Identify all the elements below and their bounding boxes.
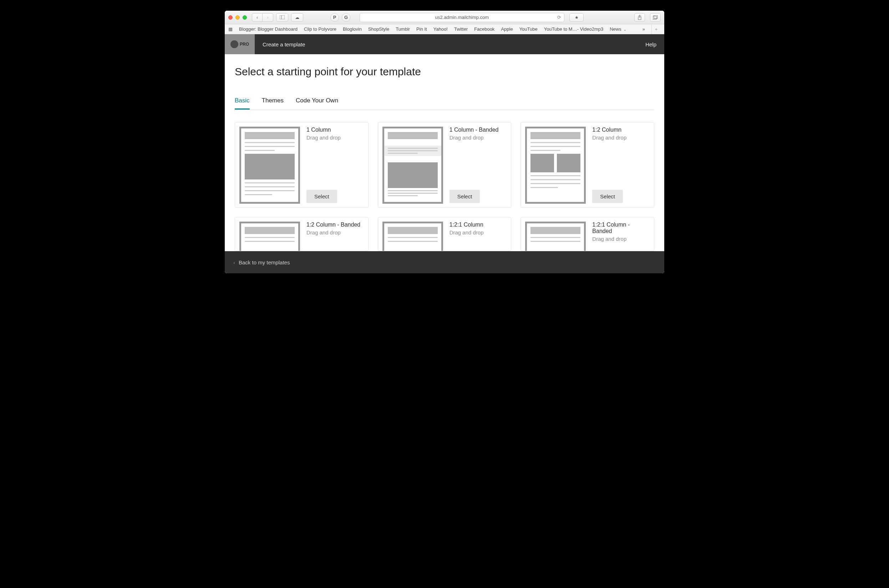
show-tabs-button[interactable]: [650, 13, 661, 22]
back-button[interactable]: ‹: [252, 13, 262, 22]
template-title: 1:2 Column - Banded: [306, 222, 364, 228]
bookmark-item[interactable]: News ⌄: [610, 26, 627, 32]
template-card: 1:2:1 Column Drag and drop: [378, 217, 511, 251]
bookmarks-bar: ▦ Blogger: Blogger Dashboard Clip to Pol…: [225, 24, 664, 34]
chevron-left-icon: ‹: [233, 260, 235, 266]
template-thumb-1-2-column: [525, 127, 586, 204]
pro-label: PRO: [240, 42, 249, 47]
address-text: us2.admin.mailchimp.com: [435, 15, 489, 20]
bookmark-item[interactable]: Bloglovin: [343, 26, 362, 32]
favorites-grid-icon[interactable]: ▦: [228, 26, 232, 32]
cloud-icon: ☁: [295, 15, 299, 20]
bookmark-item[interactable]: YouTube: [519, 26, 538, 32]
template-subtitle: Drag and drop: [592, 236, 650, 242]
bookmark-item[interactable]: Blogger: Blogger Dashboard: [239, 26, 298, 32]
template-grid: 1 Column Drag and drop Select 1 Column -…: [235, 122, 654, 251]
template-subtitle: Drag and drop: [450, 135, 507, 141]
pro-badge[interactable]: PRO: [225, 34, 255, 54]
template-title: 1 Column - Banded: [450, 127, 507, 133]
close-window-button[interactable]: [228, 15, 232, 20]
select-template-button[interactable]: Select: [592, 190, 623, 203]
back-to-templates-link[interactable]: Back to my templates: [239, 260, 290, 266]
tab-themes[interactable]: Themes: [262, 97, 283, 110]
select-template-button[interactable]: Select: [306, 190, 337, 203]
header-title: Create a template: [255, 41, 305, 48]
window-controls: [228, 15, 247, 20]
template-card: 1 Column - Banded Drag and drop Select: [378, 122, 511, 208]
bookmark-item[interactable]: Apple: [501, 26, 513, 32]
template-subtitle: Drag and drop: [306, 135, 364, 141]
template-title: 1:2:1 Column: [450, 222, 507, 228]
template-thumb-1-2-1-column: [382, 222, 443, 251]
tabs-icon: [653, 15, 658, 20]
mailchimp-logo-icon: [231, 40, 238, 48]
sidebar-icon: [280, 15, 285, 19]
template-source-tabs: Basic Themes Code Your Own: [235, 97, 654, 110]
safari-window: ‹ › ☁ P G us2.admin.mailchimp.com ⟳ ★ ▦ …: [225, 11, 664, 273]
grammarly-extension-icon[interactable]: G: [342, 13, 350, 22]
forward-button[interactable]: ›: [262, 13, 273, 22]
reload-icon[interactable]: ⟳: [557, 15, 561, 20]
bookmark-item[interactable]: ShopStyle: [368, 26, 389, 32]
svg-rect-0: [280, 15, 285, 19]
template-title: 1:2 Column: [592, 127, 650, 133]
select-template-button[interactable]: Select: [450, 190, 480, 203]
template-subtitle: Drag and drop: [592, 135, 650, 141]
share-icon: [637, 15, 642, 20]
share-button[interactable]: [634, 13, 645, 22]
svg-rect-4: [653, 16, 657, 19]
template-thumb-1-2-column-banded: [239, 222, 300, 251]
page-title: Select a starting point for your templat…: [235, 66, 654, 78]
chevron-down-icon: ⌄: [624, 28, 627, 32]
tab-basic[interactable]: Basic: [235, 97, 250, 110]
template-thumb-1-2-1-column-banded: [525, 222, 586, 251]
svg-rect-5: [654, 15, 658, 18]
bookmark-item[interactable]: Yahoo!: [433, 26, 448, 32]
bookmark-item[interactable]: Facebook: [474, 26, 495, 32]
template-card: 1:2 Column - Banded Drag and drop: [235, 217, 369, 251]
bookmark-item[interactable]: Clip to Polyvore: [304, 26, 336, 32]
pinterest-extension-icon[interactable]: P: [330, 13, 339, 22]
sidebar-button[interactable]: [276, 13, 288, 22]
bookmark-item[interactable]: Tumblr: [396, 26, 410, 32]
zoom-window-button[interactable]: [243, 15, 247, 20]
template-thumb-1-column-banded: [382, 127, 443, 204]
template-subtitle: Drag and drop: [450, 230, 507, 236]
new-tab-button[interactable]: ＋: [651, 25, 661, 34]
template-card: 1 Column Drag and drop Select: [235, 122, 369, 208]
template-card: 1:2 Column Drag and drop Select: [520, 122, 654, 208]
bookmarks-overflow-button[interactable]: »: [643, 26, 645, 32]
bookmark-item[interactable]: Twitter: [454, 26, 468, 32]
bookmark-item[interactable]: YouTube to M…- Video2mp3: [544, 26, 603, 32]
tab-code-own[interactable]: Code Your Own: [296, 97, 338, 110]
app-header: PRO Create a template Help: [225, 34, 664, 54]
template-title: 1:2:1 Column - Banded: [592, 222, 650, 234]
reader-bookmark-button[interactable]: ★: [570, 13, 584, 22]
template-card: 1:2:1 Column - Banded Drag and drop: [520, 217, 654, 251]
main-content: Select a starting point for your templat…: [225, 54, 664, 251]
address-bar[interactable]: us2.admin.mailchimp.com ⟳: [360, 13, 564, 22]
template-subtitle: Drag and drop: [306, 230, 364, 236]
template-title: 1 Column: [306, 127, 364, 133]
template-thumb-1-column: [239, 127, 300, 204]
browser-titlebar: ‹ › ☁ P G us2.admin.mailchimp.com ⟳ ★: [225, 11, 664, 24]
minimize-window-button[interactable]: [235, 15, 240, 20]
footer-bar: ‹ Back to my templates: [225, 251, 664, 273]
help-link[interactable]: Help: [645, 41, 664, 48]
icloud-button[interactable]: ☁: [291, 13, 303, 22]
bookmark-item[interactable]: Pin It: [416, 26, 427, 32]
